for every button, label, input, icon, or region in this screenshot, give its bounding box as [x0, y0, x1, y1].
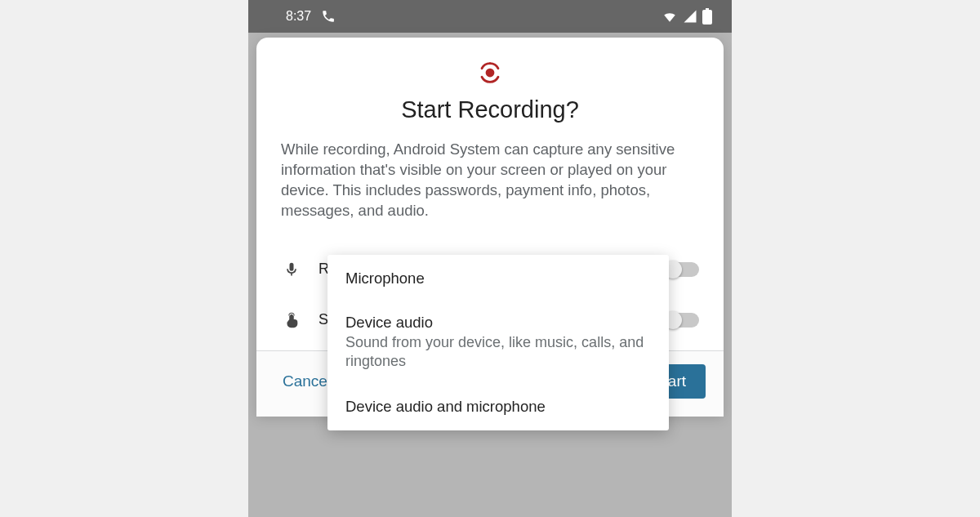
phone-frame: 8:37 — [248, 0, 732, 517]
popup-item-microphone[interactable]: Microphone — [327, 255, 669, 302]
status-right — [662, 8, 712, 25]
battery-icon — [702, 8, 712, 25]
popup-item-label: Microphone — [345, 270, 651, 287]
record-audio-toggle[interactable] — [665, 262, 699, 277]
popup-item-label: Device audio — [345, 314, 651, 332]
audio-source-popup: Microphone Device audio Sound from your … — [327, 255, 669, 430]
record-icon — [281, 60, 699, 85]
popup-item-sub: Sound from your device, like music, call… — [345, 333, 651, 372]
touch-icon — [281, 310, 302, 331]
signal-icon — [683, 9, 697, 24]
status-bar: 8:37 — [248, 0, 732, 33]
status-left: 8:37 — [286, 9, 336, 24]
microphone-icon — [281, 259, 302, 280]
wifi-icon — [662, 9, 678, 24]
popup-item-device-audio[interactable]: Device audio Sound from your device, lik… — [327, 302, 669, 386]
dialog-description: While recording, Android System can capt… — [281, 140, 699, 221]
show-touches-toggle[interactable] — [665, 313, 699, 328]
status-time: 8:37 — [286, 9, 311, 24]
popup-item-label: Device audio and microphone — [345, 398, 651, 416]
popup-item-both[interactable]: Device audio and microphone — [327, 386, 669, 430]
dialog-title: Start Recording? — [281, 96, 699, 123]
phone-icon — [321, 9, 336, 24]
svg-point-0 — [486, 69, 495, 78]
